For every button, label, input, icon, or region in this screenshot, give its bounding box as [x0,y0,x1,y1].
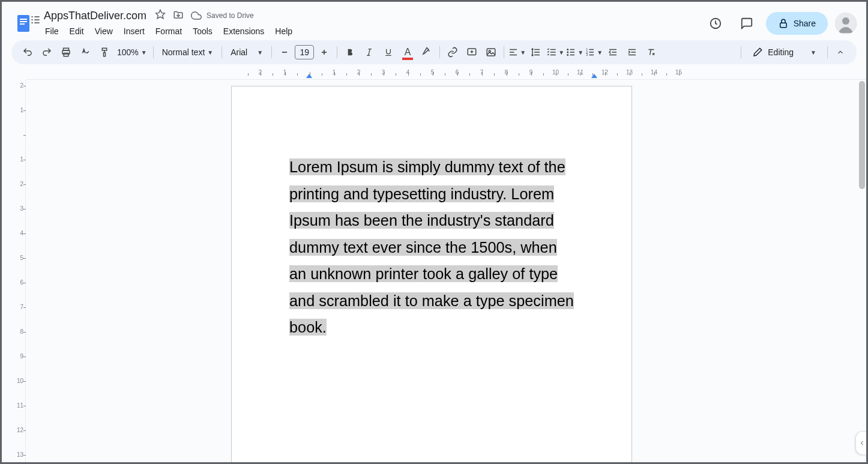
redo-button[interactable] [38,43,56,61]
svg-text:3: 3 [586,53,588,56]
side-panel-toggle[interactable] [855,431,866,455]
star-icon[interactable] [155,9,166,22]
left-margin-indicator[interactable] [306,74,312,78]
document-scroll-area[interactable]: Lorem Ipsum is simply dummy text of the … [26,80,866,462]
menu-view[interactable]: View [90,24,118,38]
svg-rect-6 [780,23,786,28]
cloud-saved-icon[interactable]: Saved to Drive [191,10,254,21]
link-button[interactable] [444,43,462,61]
numbered-list-button[interactable]: 123▼ [585,43,603,61]
document-title[interactable]: AppsThatDeliver.com [40,8,150,23]
bullet-list-button[interactable]: ▼ [565,43,583,61]
comments-icon[interactable] [735,11,759,35]
decrease-indent-button[interactable] [604,43,622,61]
zoom-dropdown[interactable]: 100%▼ [115,47,149,57]
svg-point-15 [567,49,568,50]
menu-edit[interactable]: Edit [65,24,89,38]
fontsize-input[interactable] [295,45,314,59]
undo-button[interactable] [19,43,37,61]
print-button[interactable] [57,43,75,61]
document-page[interactable]: Lorem Ipsum is simply dummy text of the … [231,86,632,462]
menu-format[interactable]: Format [151,24,187,38]
align-button[interactable]: ▼ [508,43,526,61]
increase-fontsize-button[interactable] [315,43,333,61]
header: AppsThatDeliver.com Saved to Drive File … [2,2,866,40]
horizontal-ruler[interactable]: 21123456789101112131415 [26,69,866,80]
highlight-button[interactable] [418,43,436,61]
svg-point-17 [567,55,568,56]
spellcheck-button[interactable] [76,43,94,61]
editing-mode-dropdown[interactable]: Editing ▼ [745,47,824,58]
selected-body-text[interactable]: Lorem Ipsum is simply dummy text of the … [289,158,574,336]
paragraph-style-dropdown[interactable]: Normal text▼ [157,47,218,57]
line-spacing-button[interactable] [527,43,545,61]
share-button[interactable]: Share [766,12,828,35]
move-icon[interactable] [173,9,184,22]
increase-indent-button[interactable] [623,43,641,61]
text-color-button[interactable]: A [399,43,417,61]
svg-rect-13 [487,49,495,56]
menu-tools[interactable]: Tools [188,24,217,38]
menu-insert[interactable]: Insert [119,24,149,38]
user-avatar[interactable] [835,13,857,34]
bold-button[interactable] [341,43,359,61]
underline-button[interactable] [379,43,397,61]
menu-extensions[interactable]: Extensions [219,24,269,38]
history-icon[interactable] [704,11,728,35]
collapse-toolbar-button[interactable] [831,43,849,61]
italic-button[interactable] [360,43,378,61]
vertical-ruler[interactable]: 211234567891011121314 [2,80,26,462]
insert-image-button[interactable] [482,43,500,61]
clear-formatting-button[interactable] [642,43,660,61]
decrease-fontsize-button[interactable] [276,43,294,61]
paint-format-button[interactable] [95,43,113,61]
share-label: Share [794,19,816,28]
font-dropdown[interactable]: Arial▼ [226,47,268,57]
scrollbar-thumb[interactable] [859,81,865,189]
right-margin-indicator[interactable] [591,74,597,78]
svg-point-16 [567,52,568,53]
svg-rect-3 [20,23,25,25]
menu-help[interactable]: Help [270,24,297,38]
checklist-button[interactable]: ▼ [546,43,564,61]
svg-marker-4 [156,10,165,19]
menu-bar: File Edit View Insert Format Tools Exten… [40,24,704,38]
add-comment-button[interactable] [463,43,481,61]
saved-status-text: Saved to Drive [206,11,254,20]
svg-point-8 [842,17,849,25]
toolbar: 100%▼ Normal text▼ Arial▼ A ▼ ▼ [11,40,857,64]
